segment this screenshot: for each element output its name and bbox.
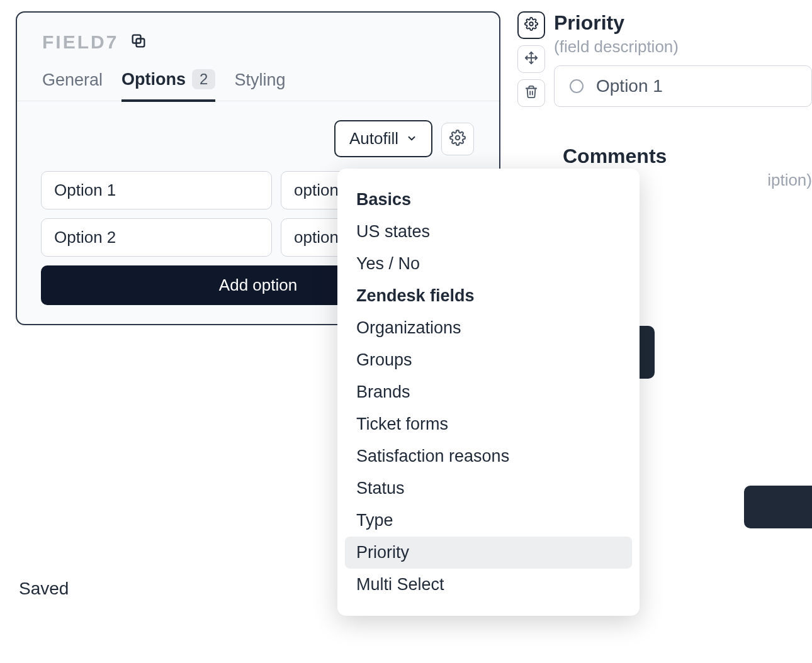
dropdown-heading-zendesk: Zendesk fields xyxy=(345,280,632,312)
options-controls: Autofill xyxy=(17,101,499,171)
options-count-badge: 2 xyxy=(192,69,215,89)
option-label-input[interactable] xyxy=(41,218,272,257)
dropdown-item-us-states[interactable]: US states xyxy=(345,216,632,248)
field-delete-button[interactable] xyxy=(517,79,545,107)
dropdown-item-groups[interactable]: Groups xyxy=(345,344,632,376)
preview-option-item[interactable]: Option 1 xyxy=(554,65,812,107)
chevron-down-icon xyxy=(406,129,417,148)
svg-point-3 xyxy=(529,22,533,26)
dropdown-item-satisfaction-reasons[interactable]: Satisfaction reasons xyxy=(345,440,632,472)
options-settings-button[interactable] xyxy=(441,123,474,155)
field-header: FIELD7 xyxy=(17,13,499,53)
gear-icon xyxy=(524,17,538,33)
dropdown-item-multi-select[interactable]: Multi Select xyxy=(345,569,632,601)
copy-icon[interactable] xyxy=(130,32,147,52)
obscured-element xyxy=(744,486,812,528)
field-action-icons xyxy=(517,11,545,107)
field-settings-button[interactable] xyxy=(517,11,545,39)
dropdown-item-ticket-forms[interactable]: Ticket forms xyxy=(345,408,632,440)
move-icon xyxy=(524,51,538,67)
preview-option-label: Option 1 xyxy=(596,76,663,96)
dropdown-item-yes-no[interactable]: Yes / No xyxy=(345,248,632,280)
preview-section-priority: Priority (field description) Option 1 xyxy=(517,11,812,107)
field-name: FIELD7 xyxy=(42,31,118,53)
preview-field-description: (field description) xyxy=(554,37,812,57)
field-tabs: General Options 2 Styling xyxy=(17,53,499,101)
gear-icon xyxy=(449,130,466,148)
autofill-dropdown: Basics US states Yes / No Zendesk fields… xyxy=(337,169,640,616)
dropdown-heading-basics: Basics xyxy=(345,184,632,216)
save-status: Saved xyxy=(19,579,69,599)
autofill-button[interactable]: Autofill xyxy=(334,120,432,157)
svg-point-2 xyxy=(456,136,460,140)
dropdown-item-brands[interactable]: Brands xyxy=(345,376,632,408)
trash-icon xyxy=(524,85,538,101)
radio-icon xyxy=(570,79,584,93)
dropdown-item-status[interactable]: Status xyxy=(345,472,632,504)
autofill-label: Autofill xyxy=(349,129,398,148)
tab-general[interactable]: General xyxy=(42,69,103,101)
dropdown-item-organizations[interactable]: Organizations xyxy=(345,312,632,344)
option-label-input[interactable] xyxy=(41,171,272,209)
dropdown-item-priority[interactable]: Priority xyxy=(345,537,632,569)
tab-styling[interactable]: Styling xyxy=(234,69,285,101)
dropdown-item-type[interactable]: Type xyxy=(345,504,632,537)
preview-field-title-comments: Comments xyxy=(563,145,812,168)
tab-options-label: Options xyxy=(121,70,186,89)
field-move-button[interactable] xyxy=(517,45,545,73)
preview-field-title: Priority xyxy=(554,11,812,35)
tab-options[interactable]: Options 2 xyxy=(121,69,215,102)
